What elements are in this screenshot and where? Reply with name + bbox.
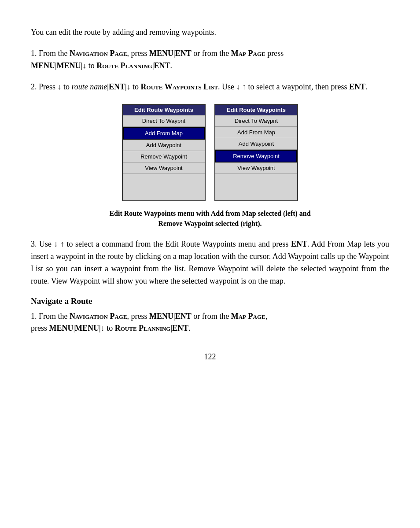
nav-step1-ent2: ENT (172, 324, 188, 332)
step2-route-wp: Route Waypoints List (141, 82, 218, 91)
nav-step1-menu3: MENU (75, 324, 99, 332)
step2-arrow1: ↓ (58, 82, 62, 91)
step1-ent: ENT (175, 49, 192, 58)
step2-text-a: to (62, 82, 72, 91)
step1-menu3: MENU (57, 61, 81, 70)
menu-left-item-2-selected: Add From Map (123, 127, 205, 140)
nav-step1-nav-page: Navigation Page (70, 312, 127, 321)
step2-arrow2: ↓ (127, 82, 131, 91)
menu-left-item-1: Direct To Waypnt (123, 115, 205, 127)
step2-arrow4: ↑ (242, 82, 246, 91)
step2-route-name: route name (72, 82, 107, 91)
nav-step1-period: . (188, 324, 191, 332)
menu-right-item-4-selected: Remove Waypoint (215, 150, 297, 162)
step-1: 1. From the Navigation Page, press MENU|… (31, 48, 389, 72)
menu-right-item-3: Add Waypoint (215, 138, 297, 150)
menu-left-spacer (123, 174, 205, 200)
nav-step1-ent1: ENT (175, 312, 192, 321)
step1-text-c: or from the (192, 49, 231, 58)
step2-label: 2. Press (31, 82, 58, 91)
nav-step1-menu1: MENU (149, 312, 173, 321)
page-number-text: 122 (204, 352, 216, 361)
nav-step1-text-f: to (105, 324, 115, 332)
menu-right: Edit Route Waypoints Direct To Waypnt Ad… (214, 104, 298, 201)
menu-left: Edit Route Waypoints Direct To Waypnt Ad… (122, 104, 206, 201)
navigate-heading: Navigate a Route (31, 296, 389, 306)
page-number: 122 (31, 352, 389, 362)
step1-text-d: press (265, 49, 284, 58)
nav-step1-map-page: Map Page (231, 312, 265, 321)
step1-menu2: MENU (31, 61, 55, 70)
step1-label: 1. From the (31, 49, 70, 58)
step2-text-c: . Use (218, 82, 236, 91)
step1-text-b: , press (127, 49, 150, 58)
step2-text-d: to se­lect a waypoint, then press (246, 82, 349, 91)
nav-step1-arrow: ↓ (101, 324, 105, 332)
step1-period: . (170, 61, 173, 70)
menu-right-title: Edit Route Waypoints (215, 105, 297, 115)
menu-right-item-1: Direct To Waypnt (215, 115, 297, 127)
step-2: 2. Press ↓ to route name|ENT|↓ to Route … (31, 81, 389, 93)
step1-arrow: ↓ (82, 61, 86, 70)
step1-route: Route Planning (96, 61, 152, 70)
step1-map-page: Map Page (231, 49, 265, 58)
step1-nav-page: Navigation Page (70, 49, 127, 58)
step2-arrow3: ↓ (236, 82, 240, 91)
nav-step1-label: 1. From the (31, 312, 70, 321)
menu-right-item-2: Add From Map (215, 127, 297, 138)
image-caption: Edit Route Waypoints menu with Add from … (31, 208, 389, 229)
menu-left-title: Edit Route Waypoints (123, 105, 205, 115)
nav-step1-text-d: , (265, 312, 268, 321)
menu-right-spacer (215, 174, 297, 200)
nav-step1-text-b: , press (127, 312, 150, 321)
intro-paragraph: You can edit the route by adding and rem… (31, 26, 389, 39)
step3-ent: ENT (291, 240, 307, 248)
step1-ent2: ENT (154, 61, 170, 70)
nav-step1-text-e: press (31, 324, 49, 332)
intro-text: You can edit the route by adding and rem… (31, 28, 216, 37)
menu-right-item-5: View Waypoint (215, 162, 297, 174)
navigate-step1: 1. From the Navigation Page, press MENU|… (31, 310, 389, 335)
menu-left-item-5: View Waypoint (123, 162, 205, 174)
nav-step1-text-c: or from the (192, 312, 231, 321)
menu-left-item-4: Remove Waypoint (123, 151, 205, 162)
step2-text-b: to (131, 82, 141, 91)
step2-period: . (365, 82, 368, 91)
step2-ent1: ENT (109, 82, 125, 91)
step2-ent2: ENT (349, 82, 365, 91)
nav-step1-route: Route Planning (115, 324, 171, 332)
page-content: You can edit the route by adding and rem… (31, 26, 389, 362)
menu-left-item-3: Add Waypoint (123, 140, 205, 151)
menu-images-row: Edit Route Waypoints Direct To Waypnt Ad… (31, 104, 389, 201)
step3-label: 3. Use ↓ ↑ to select a command from the … (31, 240, 291, 248)
step-3: 3. Use ↓ ↑ to select a command from the … (31, 238, 389, 288)
nav-step1-menu2: MENU (49, 324, 74, 332)
navigate-section: Navigate a Route 1. From the Navigation … (31, 296, 389, 335)
step1-menu: MENU (149, 49, 173, 58)
